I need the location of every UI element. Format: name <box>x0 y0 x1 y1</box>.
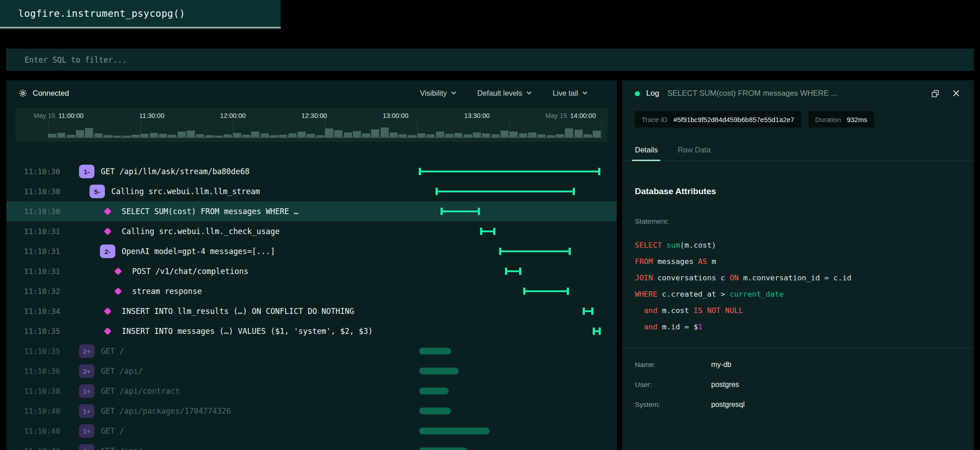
trace-row[interactable]: 11:10:362+GET /api/ <box>6 361 617 381</box>
detail-title: SELECT SUM(cost) FROM messages WHERE ... <box>667 89 919 98</box>
trace-row[interactable]: 11:10:30SELECT SUM(cost) FROM messages W… <box>6 201 617 221</box>
histogram-bar <box>85 128 93 137</box>
db-attributes-list: Name:my-dbUser:postgresSystem:postgresql <box>622 355 974 415</box>
menu-visibility[interactable]: Visibility <box>420 89 456 98</box>
span-count-badge-slot: 1+ <box>79 404 94 418</box>
trace-row[interactable]: 11:10:401+GET / <box>6 421 617 441</box>
span-count-badge-slot: 1+ <box>79 444 94 450</box>
sql-filter-input[interactable] <box>6 49 974 71</box>
span-count-badge[interactable]: 2+ <box>79 364 94 378</box>
sql-token-kw: AS <box>698 257 712 266</box>
span-count-badge[interactable]: 1+ <box>79 384 94 398</box>
trace-row-label: GET /api/packages/1704774326 <box>101 406 231 416</box>
trace-row-label: GET /api/ <box>101 446 143 450</box>
histogram-bar <box>464 134 472 137</box>
trace-row-timestamp: 11:10:34 <box>24 307 64 316</box>
timeline-strip[interactable]: May 1511:00:0011:30:0012:00:0012:30:0013… <box>15 108 608 142</box>
trace-row-label: SELECT SUM(cost) FROM messages WHERE … <box>122 207 298 216</box>
trace-row-timestamp: 11:10:30 <box>24 187 64 196</box>
attribute-value: postgres <box>711 381 739 389</box>
timeline-tick-label: 13:30:00 <box>464 112 490 119</box>
histogram-bar <box>270 135 278 137</box>
span-bar-end-cap <box>493 228 495 235</box>
duration-span-bar <box>441 208 480 215</box>
histogram-bar <box>362 133 370 137</box>
collapsed-trace-bar <box>419 448 467 450</box>
histogram-bar <box>547 135 555 137</box>
trace-row-label: GET / <box>101 426 124 435</box>
trace-row[interactable]: 11:10:381+GET /api/contract <box>6 381 617 401</box>
timeline-tick-time: 14:00:00 <box>570 112 596 119</box>
trace-row[interactable]: 11:10:352+GET / <box>6 341 617 361</box>
timeline-tick-time: 12:00:00 <box>220 112 246 119</box>
trace-row[interactable]: 11:10:35INSERT INTO messages (…) VALUES … <box>6 321 617 341</box>
span-bar-line <box>436 191 575 192</box>
sql-filter-bar <box>6 49 974 71</box>
tab-details[interactable]: Details <box>635 146 658 161</box>
copy-icon[interactable] <box>931 89 940 98</box>
span-count-badge[interactable]: 1+ <box>79 424 94 438</box>
span-count-badge-slot: 2- <box>100 245 115 258</box>
span-count-badge[interactable]: 1+ <box>79 404 94 418</box>
histogram-bar <box>491 134 500 137</box>
trace-row-label: POST /v1/chat/completions <box>132 267 248 276</box>
span-bar-line <box>441 210 480 212</box>
duration-value: 932ms <box>847 116 867 123</box>
code-snippet-tab: logfire.instrument_psycopg() <box>0 0 281 29</box>
trace-row[interactable]: 11:10:421+GET /api/ <box>6 441 617 450</box>
histogram-bar <box>436 132 444 137</box>
histogram-bar <box>325 128 333 137</box>
histogram-bar <box>593 131 601 137</box>
attribute-row: Name:my-db <box>635 355 961 375</box>
timeline-gridline <box>325 120 326 137</box>
trace-row[interactable]: 11:10:401+GET /api/packages/1704774326 <box>6 401 617 421</box>
histogram-bar <box>556 134 564 137</box>
gear-icon[interactable] <box>19 89 27 97</box>
trace-row-label: INSERT INTO llm_results (…) ON CONFLICT … <box>122 307 354 316</box>
duration-span-bar <box>419 168 600 175</box>
log-diamond-icon <box>104 208 112 215</box>
histogram-bar <box>408 135 416 137</box>
trace-row[interactable]: 11:10:31POST /v1/chat/completions <box>6 261 617 281</box>
trace-row[interactable]: 11:10:32stream response <box>6 281 617 301</box>
collapsed-trace-bar <box>419 368 459 375</box>
histogram-bar <box>519 133 527 137</box>
menu-default-levels[interactable]: Default levels <box>477 89 532 98</box>
histogram-bar <box>426 134 435 137</box>
explorer-menus: VisibilityDefault levelsLive tail <box>420 89 588 98</box>
trace-id-chip: Trace ID #5f91bc9f52d84d459b6b857e55d1a2… <box>635 111 801 127</box>
histogram-bar <box>510 132 518 137</box>
sql-token-pl: (m.cost) <box>680 241 716 249</box>
trace-row[interactable]: 11:10:312-OpenAI model=gpt-4 messages=[.… <box>6 241 617 261</box>
sql-line: JOIN conversations c ON m.conversation_i… <box>635 270 961 286</box>
trace-explorer-panel: Connected VisibilityDefault levelsLive t… <box>6 80 617 450</box>
trace-row[interactable]: 11:10:31Calling src.webui.llm._check_usa… <box>6 221 617 241</box>
trace-row[interactable]: 11:10:34INSERT INTO llm_results (…) ON C… <box>6 301 617 321</box>
span-count-badge[interactable]: 1- <box>79 165 94 178</box>
trace-row[interactable]: 11:10:301-GET /api/llm/ask/stream/ba80de… <box>6 161 617 181</box>
span-count-badge[interactable]: 5- <box>89 185 105 198</box>
trace-row-label: GET /api/contract <box>101 386 180 396</box>
sql-token-num: 1 <box>698 323 703 331</box>
trace-row-timestamp: 11:10:32 <box>24 287 64 296</box>
menu-live-tail[interactable]: Live tail <box>553 89 588 98</box>
trace-row-timestamp: 11:10:35 <box>24 327 64 336</box>
histogram-bar <box>168 135 176 137</box>
histogram-bar <box>565 128 573 137</box>
span-count-badge[interactable]: 1+ <box>79 444 94 450</box>
trace-row[interactable]: 11:10:305-Calling src.webui.llm.llm_stre… <box>6 181 617 201</box>
close-icon[interactable] <box>952 89 960 97</box>
log-diamond-icon <box>114 268 122 275</box>
histogram-bar <box>417 133 426 137</box>
timeline-histogram[interactable] <box>48 119 601 138</box>
span-bar-end-cap <box>567 288 569 295</box>
histogram-bar <box>381 127 389 137</box>
tab-raw-data[interactable]: Raw Data <box>678 146 710 161</box>
histogram-bar <box>353 131 361 137</box>
detail-divider <box>622 348 974 348</box>
trace-row-timestamp: 11:10:31 <box>24 227 64 236</box>
histogram-bar <box>233 133 241 137</box>
histogram-bar <box>178 132 186 137</box>
span-count-badge[interactable]: 2- <box>100 245 115 258</box>
span-count-badge[interactable]: 2+ <box>79 344 94 358</box>
